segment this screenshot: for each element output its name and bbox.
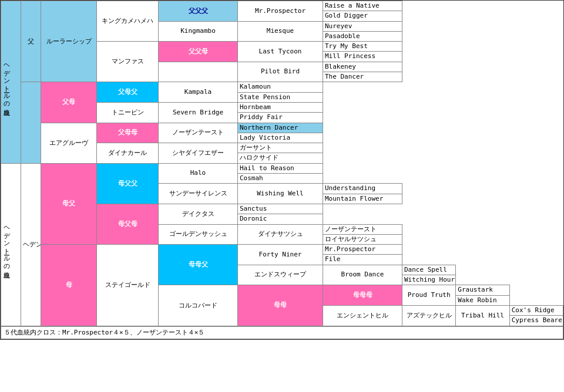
l6-cosmah: Cosmah (238, 174, 323, 184)
table-row: エアグルーヴ 父母母 ノーザンテースト Northern Dancer (1, 123, 563, 133)
l6-the-dancer: The Dancer (323, 72, 402, 82)
l6-wake-robin: Wake Robin (456, 295, 509, 305)
l1-father: 父 (21, 1, 41, 82)
table-row: 母 ステイゴールド 母母父 Forty Niner Mr.Prospector (1, 245, 563, 255)
l5-severn-bridge: Severn Bridge (159, 102, 238, 123)
l6-pasadoble: Pasadoble (323, 31, 402, 41)
l2-father-mother: 父母 (41, 82, 97, 123)
l6-blakeney: Blakeney (323, 62, 402, 72)
l5-tribal-hill: Tribal Hill (456, 305, 509, 326)
table-row: ヘデントールの血統 父 ルーラーシップ キングカメハメハ 父父父 Mr.Pros… (1, 1, 563, 11)
l3-mother-mother-mother: 母母母 (323, 285, 402, 306)
l6-northern-taste2: ノーザンテースト (323, 224, 402, 234)
l3-golden-sash: ゴールデンサッシュ (159, 224, 238, 245)
l5-pilot-bird: Pilot Bird (238, 62, 323, 82)
l6-raise-native: Raise a Native (323, 1, 402, 11)
l6-priddy-fair: Priddy Fair (238, 113, 323, 123)
l3-mother-mother-father: 母母父 (159, 245, 238, 285)
l6-garsan: ガーサント (238, 143, 323, 153)
l6-lady-victoria: Lady Victoria (238, 133, 323, 143)
l6-file: File (323, 255, 402, 265)
l6-royal-satsushu: ロイヤルサツシュ (323, 234, 402, 244)
l2-mother-father: 母父 (41, 163, 97, 244)
l6-northern-dancer: Northern Dancer (238, 123, 323, 133)
table-row: ヘデントールの血統 ヘデントール 母父 母父父 Halo Hail to Rea… (1, 163, 563, 173)
l6-cypress-bearer: Cypress Bearer (509, 316, 563, 326)
l2-corcovado: コルコバード (159, 285, 238, 326)
l5-last-tycoon: Last Tycoon (238, 42, 323, 62)
l5-forty-niner: Forty Niner (238, 245, 323, 265)
l5-broom-dance: Broom Dance (323, 265, 402, 285)
footer-text: ５代血統内クロス：Mr.Prospector４×５、ノーザンテースト４×５ (1, 326, 563, 339)
l6-dance-spell: Dance Spell (402, 265, 456, 275)
l4-kingmambo: Kingmambo (159, 21, 238, 42)
pedigree-table: ヘデントールの血統 父 ルーラーシップ キングカメハメハ 父父父 Mr.Pros… (0, 0, 564, 340)
l6-doronic: Doronic (238, 214, 323, 224)
level0-col: ヘデントールの血統 (1, 1, 21, 164)
l1-father-lower (21, 82, 41, 163)
l5-shyadai-feather: シヤダイフエザー (159, 143, 238, 164)
root-label2: ヘデントールの血統 (1, 163, 21, 326)
l6-sanctus: Sanctus (238, 204, 323, 214)
l3-mother-father-father: 母父父 (97, 163, 159, 204)
l5-northern-taste: ノーザンテースト (159, 123, 238, 143)
root-label: ヘデントールの血統 (1, 58, 12, 106)
l5-proud-truth: Proud Truth (402, 285, 456, 306)
l1-hedentol: ヘデントール (21, 163, 41, 326)
l6-hornbeam: Hornbeam (238, 102, 323, 112)
l2-rulership: ルーラーシップ (41, 1, 97, 82)
l6-hail-to-reason: Hail to Reason (238, 163, 323, 173)
l4-manfas2 (159, 62, 238, 82)
l6-harokusaido: ハロクサイド (238, 153, 323, 163)
l5-halo: Halo (159, 163, 238, 184)
l6-understanding: Understanding (323, 184, 402, 194)
table-row: 父母 父母父 Kampala Kalamoun (1, 82, 563, 92)
l6-witching-hour: Witching Hour (402, 275, 456, 285)
l6-nureyev: Nureyev (323, 21, 402, 31)
footer-row: ５代血統内クロス：Mr.Prospector４×５、ノーザンテースト４×５ (1, 326, 563, 339)
l5-miesque: Miesque (238, 21, 323, 42)
l6-gold-digger: Gold Digger (323, 11, 402, 21)
l6-try-my-best: Try My Best (323, 42, 402, 52)
l3-king: キングカメハメハ (97, 1, 159, 42)
l2-enchant-label: エンシェントヒル (323, 305, 402, 326)
l3-mother-father-mother: 母父母 (97, 204, 159, 244)
l6-mountain-flower: Mountain Flower (323, 194, 402, 204)
l6-kalamoun: Kalamoun (238, 82, 323, 92)
l3-father-mother-father: 父母父 (97, 82, 159, 103)
l5-wishing-well: Wishing Well (238, 184, 323, 204)
l3-manfas: マンファス (97, 42, 159, 82)
l4-father-father-mother: 父父母 (159, 42, 238, 62)
l5-dyna-satsushu: ダイナサツシュ (238, 224, 323, 245)
l6-graustark: Graustark (456, 285, 509, 295)
l3-aztec-hill: アズテックヒル (402, 305, 456, 326)
l5-mrprospector: Mr.Prospector (238, 1, 323, 22)
l6-state-pension: State Pension (238, 92, 323, 102)
l4-father-father-father: 父父父 (159, 1, 238, 22)
l3-dyna-karl: ダイナカール (97, 143, 159, 164)
l6-mrprospector2: Mr.Prospector (323, 245, 402, 255)
l1-mother: 母 (41, 245, 97, 326)
l5-deiktas: デイクタス (159, 204, 238, 224)
l6-cox-ridge: Cox's Ridge (509, 305, 563, 315)
root-label2-text: ヘデントールの血統 (1, 221, 12, 268)
l5-kampala: Kampala (159, 82, 238, 103)
l2-air-grouve: エアグルーヴ (41, 123, 97, 163)
l3-father-mother-mother: 父母母 (97, 123, 159, 143)
l2-enchant-mother: 母母 (238, 285, 323, 326)
l3-end-sweep: エンドスウィープ (238, 265, 323, 285)
l3-sunday-silence: サンデーサイレンス (159, 184, 238, 204)
l3-tonybin: トニービン (97, 102, 159, 123)
l6-mill-princess: Mill Princess (323, 52, 402, 62)
l2-stategold: ステイゴールド (97, 245, 159, 326)
